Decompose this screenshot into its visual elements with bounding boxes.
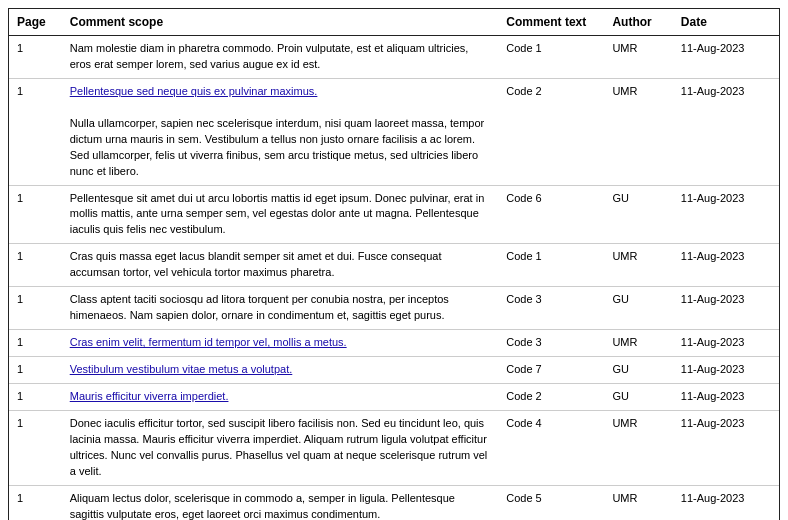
- cell-scope: Class aptent taciti sociosqu ad litora t…: [62, 287, 499, 330]
- cell-page: 1: [9, 383, 62, 410]
- cell-date: 11-Aug-2023: [673, 410, 779, 485]
- cell-scope: Cras enim velit, fermentum id tempor vel…: [62, 330, 499, 357]
- cell-page: 1: [9, 287, 62, 330]
- cell-date: 11-Aug-2023: [673, 287, 779, 330]
- scope-link[interactable]: Mauris efficitur viverra imperdiet.: [70, 390, 229, 402]
- table-row: 1Cras enim velit, fermentum id tempor ve…: [9, 330, 779, 357]
- cell-comment-text: Code 1: [498, 36, 604, 79]
- cell-comment-text: Code 5: [498, 485, 604, 520]
- table-row: 1Cras quis massa eget lacus blandit semp…: [9, 244, 779, 287]
- cell-author: GU: [604, 383, 672, 410]
- table-row: 1Vestibulum vestibulum vitae metus a vol…: [9, 357, 779, 384]
- cell-comment-text: Code 1: [498, 244, 604, 287]
- cell-scope: Vestibulum vestibulum vitae metus a volu…: [62, 357, 499, 384]
- cell-date: 11-Aug-2023: [673, 36, 779, 79]
- cell-date: 11-Aug-2023: [673, 244, 779, 287]
- cell-page: 1: [9, 330, 62, 357]
- cell-author: UMR: [604, 36, 672, 79]
- comments-table-wrapper: Page Comment scope Comment text Author D…: [8, 8, 780, 520]
- header-scope: Comment scope: [62, 9, 499, 36]
- cell-author: UMR: [604, 78, 672, 185]
- cell-page: 1: [9, 78, 62, 185]
- cell-page: 1: [9, 244, 62, 287]
- cell-comment-text: Code 3: [498, 330, 604, 357]
- table-row: 1Mauris efficitur viverra imperdiet.Code…: [9, 383, 779, 410]
- table-row: 1Nam molestie diam in pharetra commodo. …: [9, 36, 779, 79]
- cell-page: 1: [9, 185, 62, 244]
- cell-comment-text: Code 3: [498, 287, 604, 330]
- cell-scope: Donec iaculis efficitur tortor, sed susc…: [62, 410, 499, 485]
- cell-comment-text: Code 2: [498, 383, 604, 410]
- header-text: Comment text: [498, 9, 604, 36]
- cell-comment-text: Code 7: [498, 357, 604, 384]
- cell-page: 1: [9, 410, 62, 485]
- cell-scope: Aliquam lectus dolor, scelerisque in com…: [62, 485, 499, 520]
- cell-date: 11-Aug-2023: [673, 330, 779, 357]
- scope-link[interactable]: Vestibulum vestibulum vitae metus a volu…: [70, 363, 293, 375]
- cell-page: 1: [9, 36, 62, 79]
- header-page: Page: [9, 9, 62, 36]
- cell-date: 11-Aug-2023: [673, 357, 779, 384]
- cell-date: 11-Aug-2023: [673, 383, 779, 410]
- cell-author: UMR: [604, 410, 672, 485]
- table-row: 1Aliquam lectus dolor, scelerisque in co…: [9, 485, 779, 520]
- cell-scope: Pellentesque sit amet dui ut arcu lobort…: [62, 185, 499, 244]
- cell-date: 11-Aug-2023: [673, 485, 779, 520]
- table-row: 1Pellentesque sed neque quis ex pulvinar…: [9, 78, 779, 185]
- cell-author: UMR: [604, 330, 672, 357]
- cell-scope: Pellentesque sed neque quis ex pulvinar …: [62, 78, 499, 185]
- cell-comment-text: Code 4: [498, 410, 604, 485]
- header-author: Author: [604, 9, 672, 36]
- table-row: 1Donec iaculis efficitur tortor, sed sus…: [9, 410, 779, 485]
- cell-page: 1: [9, 485, 62, 520]
- cell-scope: Cras quis massa eget lacus blandit sempe…: [62, 244, 499, 287]
- cell-comment-text: Code 2: [498, 78, 604, 185]
- cell-author: UMR: [604, 244, 672, 287]
- header-date: Date: [673, 9, 779, 36]
- table-header-row: Page Comment scope Comment text Author D…: [9, 9, 779, 36]
- cell-author: UMR: [604, 485, 672, 520]
- cell-date: 11-Aug-2023: [673, 78, 779, 185]
- cell-author: GU: [604, 287, 672, 330]
- cell-page: 1: [9, 357, 62, 384]
- scope-link[interactable]: Pellentesque sed neque quis ex pulvinar …: [70, 85, 318, 97]
- cell-scope: Mauris efficitur viverra imperdiet.: [62, 383, 499, 410]
- cell-author: GU: [604, 357, 672, 384]
- cell-scope: Nam molestie diam in pharetra commodo. P…: [62, 36, 499, 79]
- table-row: 1Pellentesque sit amet dui ut arcu lobor…: [9, 185, 779, 244]
- comments-table: Page Comment scope Comment text Author D…: [9, 9, 779, 520]
- cell-comment-text: Code 6: [498, 185, 604, 244]
- cell-author: GU: [604, 185, 672, 244]
- table-row: 1Class aptent taciti sociosqu ad litora …: [9, 287, 779, 330]
- scope-link[interactable]: Cras enim velit, fermentum id tempor vel…: [70, 336, 347, 348]
- cell-date: 11-Aug-2023: [673, 185, 779, 244]
